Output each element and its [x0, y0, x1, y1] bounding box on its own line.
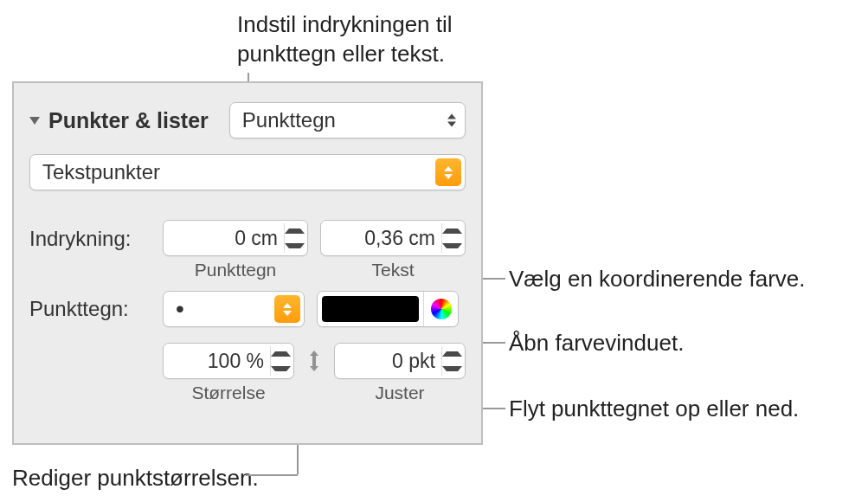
stepper-buttons[interactable]: [284, 223, 305, 253]
callout-line: [246, 474, 298, 476]
callout-indent: Indstil indrykningen til punkttegn eller…: [237, 10, 505, 69]
stepper-buttons[interactable]: [270, 346, 291, 376]
orange-dropdown-icon: [274, 295, 300, 323]
color-picker-button[interactable]: [423, 292, 458, 326]
size-sublabel: Størrelse: [163, 383, 294, 403]
callout-edit-size: Rediger punktstørrelsen.: [12, 464, 259, 493]
callout-move-bullet: Flyt punkttegnet op eller ned.: [509, 395, 799, 424]
disclosure-triangle-icon[interactable]: [29, 117, 40, 125]
stepper-buttons[interactable]: [441, 223, 462, 253]
list-type-select[interactable]: Punkttegn: [229, 102, 466, 138]
size-align-row: 100 % Størrelse 0 pkt Juster: [163, 343, 466, 403]
chevron-updown-icon: [447, 114, 456, 127]
section-header: Punkter & lister Punkttegn: [29, 102, 466, 138]
vertical-arrows-icon: [303, 343, 325, 372]
indent-bullet-value: 0 cm: [172, 227, 278, 250]
callout-open-color: Åbn farvevinduet.: [509, 329, 684, 358]
size-stepper[interactable]: 100 %: [163, 343, 294, 379]
size-value: 100 %: [172, 350, 264, 373]
bullet-char-select[interactable]: •: [163, 291, 305, 327]
bullet-style-select[interactable]: Tekstpunkter: [29, 154, 466, 190]
bullets-lists-panel: Punkter & lister Punkttegn Tekstpunkter …: [12, 81, 483, 445]
bullet-style-value: Tekstpunkter: [42, 160, 160, 184]
stepper-buttons[interactable]: [441, 346, 462, 376]
indent-bullet-stepper[interactable]: 0 cm: [163, 220, 308, 256]
align-sublabel: Juster: [334, 383, 466, 403]
indent-label: Indrykning:: [29, 220, 163, 251]
list-type-value: Punkttegn: [242, 108, 336, 132]
orange-dropdown-icon: [435, 158, 461, 186]
bullet-style-row: Tekstpunkter: [29, 154, 466, 190]
indent-text-stepper[interactable]: 0,36 cm: [320, 220, 466, 256]
color-swatch-button[interactable]: [322, 296, 419, 322]
indent-bullet-sublabel: Punkttegn: [163, 260, 308, 280]
color-well: [317, 291, 459, 327]
indent-text-sublabel: Tekst: [320, 260, 466, 280]
section-title: Punkter & lister: [48, 108, 209, 133]
color-wheel-icon: [431, 299, 452, 319]
indent-text-value: 0,36 cm: [330, 227, 435, 250]
callout-coord-color: Vælg en koordinerende farve.: [509, 265, 806, 294]
indent-row: Indrykning: 0 cm Punkttegn 0,36 cm: [29, 220, 466, 280]
bullet-char-row: Punkttegn: •: [29, 291, 466, 327]
bullet-char-value: •: [176, 295, 184, 323]
align-value: 0 pkt: [344, 350, 435, 373]
align-stepper[interactable]: 0 pkt: [334, 343, 466, 379]
bullet-char-label: Punkttegn:: [29, 297, 163, 321]
